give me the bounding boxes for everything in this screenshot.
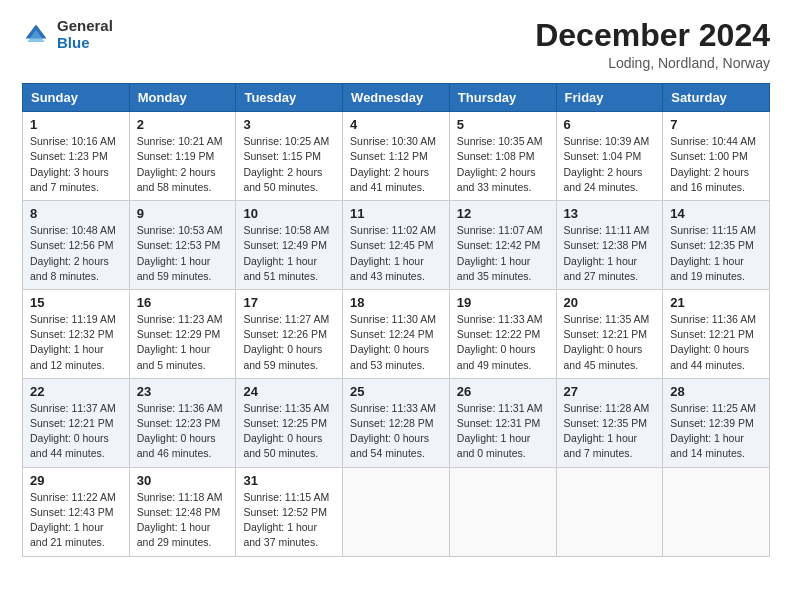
day-number: 23 bbox=[137, 384, 229, 399]
day-number: 24 bbox=[243, 384, 335, 399]
day-number: 1 bbox=[30, 117, 122, 132]
logo-blue-text: Blue bbox=[57, 35, 113, 52]
col-tuesday: Tuesday bbox=[236, 84, 343, 112]
day-cell: 22Sunrise: 11:37 AMSunset: 12:21 PMDayli… bbox=[23, 378, 130, 467]
day-info: Sunrise: 11:15 AMSunset: 12:52 PMDayligh… bbox=[243, 490, 335, 551]
day-cell: 4Sunrise: 10:30 AMSunset: 1:12 PMDayligh… bbox=[343, 112, 450, 201]
day-number: 29 bbox=[30, 473, 122, 488]
col-sunday: Sunday bbox=[23, 84, 130, 112]
page: General Blue December 2024 Loding, Nordl… bbox=[0, 0, 792, 612]
day-cell: 31Sunrise: 11:15 AMSunset: 12:52 PMDayli… bbox=[236, 467, 343, 556]
day-number: 30 bbox=[137, 473, 229, 488]
day-number: 10 bbox=[243, 206, 335, 221]
day-info: Sunrise: 11:07 AMSunset: 12:42 PMDayligh… bbox=[457, 223, 549, 284]
day-info: Sunrise: 10:44 AMSunset: 1:00 PMDaylight… bbox=[670, 134, 762, 195]
day-info: Sunrise: 11:19 AMSunset: 12:32 PMDayligh… bbox=[30, 312, 122, 373]
day-number: 27 bbox=[564, 384, 656, 399]
day-cell: 23Sunrise: 11:36 AMSunset: 12:23 PMDayli… bbox=[129, 378, 236, 467]
day-cell: 6Sunrise: 10:39 AMSunset: 1:04 PMDayligh… bbox=[556, 112, 663, 201]
day-info: Sunrise: 10:48 AMSunset: 12:56 PMDayligh… bbox=[30, 223, 122, 284]
day-info: Sunrise: 11:35 AMSunset: 12:21 PMDayligh… bbox=[564, 312, 656, 373]
day-number: 18 bbox=[350, 295, 442, 310]
day-info: Sunrise: 10:53 AMSunset: 12:53 PMDayligh… bbox=[137, 223, 229, 284]
month-title: December 2024 bbox=[535, 18, 770, 53]
week-row-3: 15Sunrise: 11:19 AMSunset: 12:32 PMDayli… bbox=[23, 289, 770, 378]
day-number: 2 bbox=[137, 117, 229, 132]
day-cell: 5Sunrise: 10:35 AMSunset: 1:08 PMDayligh… bbox=[449, 112, 556, 201]
header: General Blue December 2024 Loding, Nordl… bbox=[22, 18, 770, 71]
day-cell: 28Sunrise: 11:25 AMSunset: 12:39 PMDayli… bbox=[663, 378, 770, 467]
day-cell: 25Sunrise: 11:33 AMSunset: 12:28 PMDayli… bbox=[343, 378, 450, 467]
day-cell: 2Sunrise: 10:21 AMSunset: 1:19 PMDayligh… bbox=[129, 112, 236, 201]
day-cell: 10Sunrise: 10:58 AMSunset: 12:49 PMDayli… bbox=[236, 201, 343, 290]
day-number: 21 bbox=[670, 295, 762, 310]
day-number: 31 bbox=[243, 473, 335, 488]
day-info: Sunrise: 11:28 AMSunset: 12:35 PMDayligh… bbox=[564, 401, 656, 462]
day-number: 3 bbox=[243, 117, 335, 132]
logo-icon bbox=[22, 21, 50, 49]
day-number: 8 bbox=[30, 206, 122, 221]
day-info: Sunrise: 11:36 AMSunset: 12:23 PMDayligh… bbox=[137, 401, 229, 462]
day-info: Sunrise: 11:27 AMSunset: 12:26 PMDayligh… bbox=[243, 312, 335, 373]
week-row-2: 8Sunrise: 10:48 AMSunset: 12:56 PMDaylig… bbox=[23, 201, 770, 290]
day-cell: 18Sunrise: 11:30 AMSunset: 12:24 PMDayli… bbox=[343, 289, 450, 378]
day-info: Sunrise: 11:33 AMSunset: 12:22 PMDayligh… bbox=[457, 312, 549, 373]
day-number: 14 bbox=[670, 206, 762, 221]
day-info: Sunrise: 11:37 AMSunset: 12:21 PMDayligh… bbox=[30, 401, 122, 462]
logo-text: General Blue bbox=[57, 18, 113, 51]
day-cell: 20Sunrise: 11:35 AMSunset: 12:21 PMDayli… bbox=[556, 289, 663, 378]
day-cell: 9Sunrise: 10:53 AMSunset: 12:53 PMDaylig… bbox=[129, 201, 236, 290]
day-info: Sunrise: 11:22 AMSunset: 12:43 PMDayligh… bbox=[30, 490, 122, 551]
day-cell: 24Sunrise: 11:35 AMSunset: 12:25 PMDayli… bbox=[236, 378, 343, 467]
day-info: Sunrise: 11:15 AMSunset: 12:35 PMDayligh… bbox=[670, 223, 762, 284]
day-info: Sunrise: 10:16 AMSunset: 1:23 PMDaylight… bbox=[30, 134, 122, 195]
day-number: 5 bbox=[457, 117, 549, 132]
day-number: 20 bbox=[564, 295, 656, 310]
day-number: 4 bbox=[350, 117, 442, 132]
day-number: 6 bbox=[564, 117, 656, 132]
day-number: 22 bbox=[30, 384, 122, 399]
day-info: Sunrise: 11:31 AMSunset: 12:31 PMDayligh… bbox=[457, 401, 549, 462]
col-thursday: Thursday bbox=[449, 84, 556, 112]
calendar-table: Sunday Monday Tuesday Wednesday Thursday… bbox=[22, 83, 770, 556]
col-wednesday: Wednesday bbox=[343, 84, 450, 112]
week-row-4: 22Sunrise: 11:37 AMSunset: 12:21 PMDayli… bbox=[23, 378, 770, 467]
day-number: 26 bbox=[457, 384, 549, 399]
day-cell: 17Sunrise: 11:27 AMSunset: 12:26 PMDayli… bbox=[236, 289, 343, 378]
day-cell bbox=[449, 467, 556, 556]
day-cell: 7Sunrise: 10:44 AMSunset: 1:00 PMDayligh… bbox=[663, 112, 770, 201]
day-cell: 3Sunrise: 10:25 AMSunset: 1:15 PMDayligh… bbox=[236, 112, 343, 201]
day-cell: 30Sunrise: 11:18 AMSunset: 12:48 PMDayli… bbox=[129, 467, 236, 556]
day-number: 28 bbox=[670, 384, 762, 399]
day-info: Sunrise: 10:58 AMSunset: 12:49 PMDayligh… bbox=[243, 223, 335, 284]
day-cell: 13Sunrise: 11:11 AMSunset: 12:38 PMDayli… bbox=[556, 201, 663, 290]
day-cell: 26Sunrise: 11:31 AMSunset: 12:31 PMDayli… bbox=[449, 378, 556, 467]
title-section: December 2024 Loding, Nordland, Norway bbox=[535, 18, 770, 71]
day-number: 17 bbox=[243, 295, 335, 310]
day-info: Sunrise: 11:02 AMSunset: 12:45 PMDayligh… bbox=[350, 223, 442, 284]
day-number: 13 bbox=[564, 206, 656, 221]
col-monday: Monday bbox=[129, 84, 236, 112]
calendar-header: Sunday Monday Tuesday Wednesday Thursday… bbox=[23, 84, 770, 112]
day-info: Sunrise: 10:25 AMSunset: 1:15 PMDaylight… bbox=[243, 134, 335, 195]
header-row: Sunday Monday Tuesday Wednesday Thursday… bbox=[23, 84, 770, 112]
day-info: Sunrise: 11:18 AMSunset: 12:48 PMDayligh… bbox=[137, 490, 229, 551]
day-info: Sunrise: 11:33 AMSunset: 12:28 PMDayligh… bbox=[350, 401, 442, 462]
day-info: Sunrise: 10:39 AMSunset: 1:04 PMDaylight… bbox=[564, 134, 656, 195]
day-cell bbox=[663, 467, 770, 556]
day-info: Sunrise: 11:35 AMSunset: 12:25 PMDayligh… bbox=[243, 401, 335, 462]
logo: General Blue bbox=[22, 18, 113, 51]
day-cell: 16Sunrise: 11:23 AMSunset: 12:29 PMDayli… bbox=[129, 289, 236, 378]
day-info: Sunrise: 11:30 AMSunset: 12:24 PMDayligh… bbox=[350, 312, 442, 373]
week-row-1: 1Sunrise: 10:16 AMSunset: 1:23 PMDayligh… bbox=[23, 112, 770, 201]
day-cell: 12Sunrise: 11:07 AMSunset: 12:42 PMDayli… bbox=[449, 201, 556, 290]
day-cell bbox=[556, 467, 663, 556]
calendar-body: 1Sunrise: 10:16 AMSunset: 1:23 PMDayligh… bbox=[23, 112, 770, 556]
day-cell: 15Sunrise: 11:19 AMSunset: 12:32 PMDayli… bbox=[23, 289, 130, 378]
day-cell: 8Sunrise: 10:48 AMSunset: 12:56 PMDaylig… bbox=[23, 201, 130, 290]
day-info: Sunrise: 11:36 AMSunset: 12:21 PMDayligh… bbox=[670, 312, 762, 373]
day-cell bbox=[343, 467, 450, 556]
day-info: Sunrise: 11:11 AMSunset: 12:38 PMDayligh… bbox=[564, 223, 656, 284]
day-cell: 19Sunrise: 11:33 AMSunset: 12:22 PMDayli… bbox=[449, 289, 556, 378]
day-cell: 29Sunrise: 11:22 AMSunset: 12:43 PMDayli… bbox=[23, 467, 130, 556]
